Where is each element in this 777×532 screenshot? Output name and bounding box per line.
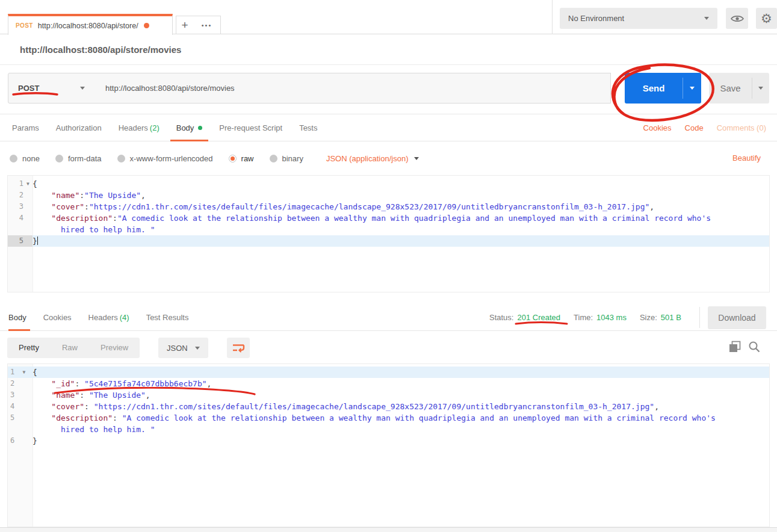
chevron-down-icon <box>704 17 709 20</box>
editor-line[interactable]: 1▼{ <box>8 367 769 378</box>
content-type-dropdown[interactable]: JSON (application/json) <box>326 154 419 163</box>
editor-line[interactable]: 1▼{ <box>8 178 769 190</box>
response-tab-test-results[interactable]: Test Results <box>138 304 197 331</box>
page-title: http://localhost:8080/api/store/movies <box>20 45 181 55</box>
response-body-editor[interactable]: 1▼{2 "_id": "5c4e715fa74c07dbbb6ecb7b",3… <box>7 363 770 527</box>
app-header: POST http://localhost:8080/api/store/ + … <box>0 0 777 34</box>
request-tabs-row: Params Authorization Headers(2) Body Pre… <box>0 114 777 141</box>
response-tab-headers[interactable]: Headers(4) <box>80 304 138 331</box>
send-options-button[interactable] <box>683 73 701 104</box>
code-link[interactable]: Code <box>685 114 704 141</box>
response-tab-body[interactable]: Body <box>8 304 35 331</box>
response-view-bar: Pretty Raw Preview JSON <box>0 335 777 363</box>
environment-selector[interactable]: No Environment <box>560 8 717 29</box>
search-icon <box>748 341 761 353</box>
request-body-editor[interactable]: 1▼{2 "name":"The Upside",3 "cover":"http… <box>7 175 770 292</box>
line-number-gutter: 1▼ <box>8 367 33 378</box>
line-number-gutter: 3 <box>8 201 33 212</box>
view-preview[interactable]: Preview <box>89 338 140 358</box>
headers-count-badge: (2) <box>150 123 159 132</box>
size-label: Size: <box>640 313 657 322</box>
editor-line[interactable]: hired to help him. " <box>8 424 769 435</box>
tab-body[interactable]: Body <box>168 114 211 141</box>
send-button[interactable]: Send <box>625 73 701 104</box>
search-response-button[interactable] <box>748 341 761 356</box>
bottom-scrollbar-strip[interactable] <box>0 527 777 532</box>
size-value: 501 B <box>661 313 681 322</box>
wrap-lines-button[interactable] <box>227 338 250 358</box>
tab-pre-request-script[interactable]: Pre-request Script <box>211 114 291 141</box>
line-number-gutter: 5 <box>8 412 33 424</box>
response-editor-rows[interactable]: 1▼{2 "_id": "5c4e715fa74c07dbbb6ecb7b",3… <box>8 364 769 447</box>
tab-options-button[interactable]: ••• <box>193 16 221 34</box>
editor-line[interactable]: hired to help him. " <box>8 224 769 235</box>
tab-tests[interactable]: Tests <box>291 114 326 141</box>
radio-icon <box>55 155 63 162</box>
radio-x-www-form-urlencoded[interactable]: x-www-form-urlencoded <box>117 154 213 163</box>
radio-binary[interactable]: binary <box>270 154 303 163</box>
chevron-down-icon <box>195 347 200 350</box>
copy-response-button[interactable] <box>728 341 741 356</box>
text-cursor <box>37 237 39 245</box>
radio-raw[interactable]: raw <box>229 154 254 163</box>
save-button[interactable]: Save <box>709 73 769 104</box>
download-button[interactable]: Download <box>708 306 766 329</box>
body-mode-row: none form-data x-www-form-urlencoded raw… <box>0 141 777 175</box>
tab-headers[interactable]: Headers(2) <box>110 114 168 141</box>
editor-line[interactable]: 4 "cover": "https://cdn1.thr.com/sites/d… <box>8 401 769 412</box>
settings-button[interactable]: ⚙ <box>756 8 777 29</box>
tab-authorization[interactable]: Authorization <box>48 114 110 141</box>
fold-arrow-icon[interactable]: ▼ <box>23 178 33 190</box>
editor-line[interactable]: 4 "description":"A comedic look at the r… <box>8 212 769 224</box>
title-bar: http://localhost:8080/api/store/movies <box>0 34 777 65</box>
chevron-down-icon <box>414 157 419 160</box>
editor-line[interactable]: 6} <box>8 435 769 447</box>
radio-icon <box>117 155 125 162</box>
response-status-bar: Status: 201 Created Time: 1043 ms Size: … <box>489 304 695 331</box>
unsaved-changes-dot-icon <box>144 23 149 28</box>
request-editor-rows[interactable]: 1▼{2 "name":"The Upside",3 "cover":"http… <box>8 176 769 247</box>
radio-none[interactable]: none <box>10 154 40 163</box>
method-label: POST <box>18 84 80 93</box>
status-label: Status: <box>489 313 513 322</box>
radio-icon <box>10 155 17 162</box>
request-tab[interactable]: POST http://localhost:8080/api/store/ <box>8 14 173 35</box>
time-value: 1043 ms <box>596 313 627 322</box>
tab-url-label: http://localhost:8080/api/store/ <box>38 22 138 30</box>
cookies-link[interactable]: Cookies <box>643 114 672 141</box>
url-input[interactable]: http://localhost:8080/api/store/movies <box>94 73 611 104</box>
line-number-gutter <box>8 424 33 435</box>
copy-icon <box>728 341 741 354</box>
new-tab-button[interactable]: + <box>176 16 194 34</box>
line-number-gutter: 4 <box>8 212 33 224</box>
environment-quicklook-button[interactable] <box>726 8 748 29</box>
radio-icon <box>270 155 277 162</box>
editor-line[interactable]: 2 "name":"The Upside", <box>8 190 769 201</box>
fold-arrow-icon[interactable]: ▼ <box>16 367 33 378</box>
editor-line[interactable]: 5} <box>8 235 769 247</box>
line-number-gutter: 2 <box>8 190 33 201</box>
line-number-gutter: 4 <box>8 401 33 412</box>
radio-selected-icon <box>229 155 237 162</box>
view-pretty[interactable]: Pretty <box>7 338 51 358</box>
save-options-button[interactable] <box>752 73 769 104</box>
status-value: 201 Created <box>517 313 560 322</box>
method-dropdown[interactable]: POST <box>8 73 95 104</box>
response-tab-cookies[interactable]: Cookies <box>35 304 80 331</box>
editor-line[interactable]: 3 "name": "The Upside", <box>8 389 769 401</box>
radio-form-data[interactable]: form-data <box>55 154 102 163</box>
view-raw[interactable]: Raw <box>51 338 89 358</box>
line-number-gutter: 5 <box>8 235 33 247</box>
editor-line[interactable]: 5 "description": "A comedic look at the … <box>8 412 769 424</box>
content-type-label: JSON (application/json) <box>326 154 409 163</box>
line-number-gutter: 1▼ <box>8 178 33 190</box>
gear-icon: ⚙ <box>761 11 772 26</box>
editor-line[interactable]: 3 "cover":"https://cdn1.thr.com/sites/de… <box>8 201 769 212</box>
response-language-dropdown[interactable]: JSON <box>158 338 208 358</box>
comments-link[interactable]: Comments (0) <box>717 114 766 141</box>
response-meta-row: Body Cookies Headers(4) Test Results Sta… <box>0 304 777 331</box>
editor-line[interactable]: 2 "_id": "5c4e715fa74c07dbbb6ecb7b", <box>8 378 769 389</box>
request-builder: POST http://localhost:8080/api/store/mov… <box>0 65 777 114</box>
tab-params[interactable]: Params <box>4 114 48 141</box>
beautify-link[interactable]: Beautify <box>732 141 761 175</box>
